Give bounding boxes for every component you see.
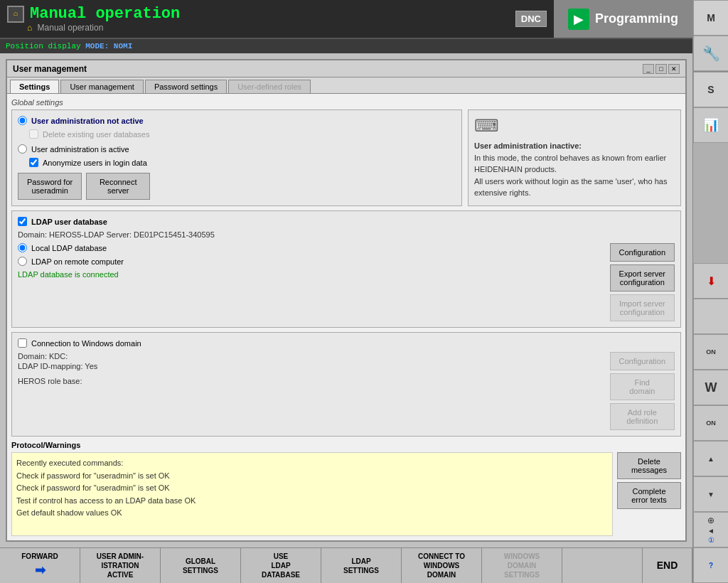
sub-title: ⌂ Manual operation <box>27 23 501 33</box>
checkbox-windows-domain[interactable] <box>18 338 27 348</box>
end-label: END <box>657 559 678 572</box>
w-icon: W <box>705 380 717 395</box>
ldap-buttons: Configuration Export server configuratio… <box>610 243 675 321</box>
connect-windows-btn[interactable]: CONNECT TO WINDOWS DOMAIN <box>402 548 482 583</box>
info-body: In this mode, the control behaves as kno… <box>474 154 667 198</box>
heros-role-label: HEROS role base: <box>18 377 82 385</box>
info-text: User administration inactive: In this mo… <box>474 140 675 199</box>
dialog-minimize-btn[interactable]: _ <box>643 64 654 74</box>
checkbox-ldap-user-database[interactable] <box>18 217 27 226</box>
dialog-controls: _ □ ✕ <box>643 64 680 74</box>
checkbox-anonymize[interactable] <box>29 158 38 167</box>
programming-area[interactable]: ▶ Programming <box>554 0 692 38</box>
protocol-label: Protocol/Warnings <box>11 441 681 449</box>
radio-local-ldap-row: Local LDAP database <box>18 243 604 252</box>
forward-arrow-icon: ➡ <box>35 562 46 579</box>
sidebar-nav-icons: ⊕ ◄ ① <box>693 512 728 547</box>
keyboard-icon: ⌨ <box>474 116 675 136</box>
global-settings-btn[interactable]: GLOBAL SETTINGS <box>161 548 241 583</box>
checkbox-delete-label: Delete existing user databases <box>43 130 149 139</box>
tool-icon: ⬇ <box>707 274 716 288</box>
sidebar-spindle-icon: 📊 <box>693 107 728 143</box>
user-admin-btn[interactable]: USER ADMIN- ISTRATION ACTIVE <box>80 548 161 583</box>
radio-local-ldap-label[interactable]: Local LDAP database <box>31 244 107 252</box>
forward-btn[interactable]: FORWARD ➡ <box>0 548 80 583</box>
sidebar-on-btn-1[interactable]: ON <box>693 334 728 370</box>
export-server-btn[interactable]: Export server configuration <box>610 264 675 292</box>
complete-error-btn[interactable]: Complete error texts <box>617 482 681 509</box>
connect-windows-label: CONNECT TO WINDOWS DOMAIN <box>418 552 465 579</box>
position-bar: Position display MODE: NOMI <box>0 39 728 53</box>
ldap-settings-btn[interactable]: LDAP SETTINGS <box>321 548 402 583</box>
position-text: Position display MODE: NOMI <box>6 42 132 50</box>
sidebar-m-btn[interactable]: M <box>693 0 728 36</box>
password-useradmin-btn[interactable]: Password for useradmin <box>18 173 82 200</box>
add-role-definition-btn: Add role definition <box>610 403 675 430</box>
radio-user-admin-inactive[interactable] <box>18 116 27 125</box>
dnc-badge: DNC <box>515 11 547 27</box>
settings-btn-row: Password for useradmin Reconnect server <box>18 173 456 200</box>
info-title: User administration inactive: <box>474 141 582 150</box>
cnc-machine-icon: 🔧 <box>702 45 720 62</box>
domain-text: Domain: HEROS5-LDAP Server: DE01PC15451-… <box>18 230 675 239</box>
title-main-area: ⌂ Manual operation <box>7 5 501 23</box>
ldap-settings-label: LDAP SETTINGS <box>343 557 379 575</box>
checkbox-anonymize-row: Anonymize users in login data <box>29 158 456 167</box>
sidebar-help-btn[interactable]: ? <box>693 547 728 583</box>
protocol-line-4: Get default shadow values OK <box>16 507 608 520</box>
kdc-text: Domain: KDC: <box>18 352 604 360</box>
delete-messages-btn[interactable]: Delete messages <box>617 452 681 479</box>
radio-remote-ldap[interactable] <box>18 257 27 266</box>
dialog-body: Global settings User administration not … <box>7 94 685 540</box>
programming-title: Programming <box>595 11 678 26</box>
radio-remote-ldap-label[interactable]: LDAP on remote computer <box>31 257 124 266</box>
tab-password-settings[interactable]: Password settings <box>145 80 227 93</box>
sidebar-s-btn[interactable]: S <box>693 72 728 107</box>
windows-checkbox-row: Connection to Windows domain <box>18 338 675 348</box>
settings-info-panel: ⌨ User administration inactive: In this … <box>468 109 681 206</box>
number-icon: ① <box>708 536 714 544</box>
windows-section: Connection to Windows domain Domain: KDC… <box>11 332 681 437</box>
use-ldap-label: USE LDAP DATABASE <box>262 552 300 579</box>
windows-left: Domain: KDC: LDAP ID-mapping: Yes HEROS … <box>18 352 604 430</box>
checkbox-anonymize-label[interactable]: Anonymize users in login data <box>43 159 147 167</box>
use-ldap-btn[interactable]: USE LDAP DATABASE <box>241 548 321 583</box>
import-server-btn: Import server configuration <box>610 294 675 321</box>
ldap-section: LDAP user database Domain: HEROS5-LDAP S… <box>11 210 681 328</box>
ldap-status: LDAP database is connected <box>18 270 604 279</box>
sidebar-scroll-up[interactable]: ▲ <box>693 441 728 476</box>
title-area: ⌂ Manual operation ⌂ Manual operation <box>0 0 508 38</box>
radio-active-label[interactable]: User administration is active <box>31 145 129 154</box>
sidebar-tool-btn[interactable]: ⬇ <box>693 263 728 299</box>
end-btn[interactable]: END <box>643 548 692 583</box>
reconnect-server-btn[interactable]: Reconnect server <box>86 173 150 200</box>
dialog-close-btn[interactable]: ✕ <box>668 64 680 74</box>
tab-settings[interactable]: Settings <box>10 80 59 93</box>
checkbox-delete-databases[interactable] <box>29 129 38 139</box>
app-icon: ⌂ <box>7 6 24 23</box>
dialog-title-bar: User management _ □ ✕ <box>7 60 685 77</box>
protocol-body: Recently executed commands: Check if pas… <box>11 452 681 536</box>
sidebar-scroll-down[interactable]: ▼ <box>693 476 728 512</box>
sidebar-spacer2 <box>693 299 728 334</box>
bottom-toolbar: FORWARD ➡ USER ADMIN- ISTRATION ACTIVE G… <box>0 547 692 583</box>
windows-content: Domain: KDC: LDAP ID-mapping: Yes HEROS … <box>18 352 675 430</box>
radio-remote-ldap-row: LDAP on remote computer <box>18 257 604 266</box>
tab-bar: Settings User management Password settin… <box>7 77 685 94</box>
radio-user-admin-active[interactable] <box>18 144 27 154</box>
programming-arrow-icon: ▶ <box>568 9 589 30</box>
ldap-left-options: Local LDAP database LDAP on remote compu… <box>18 243 604 321</box>
protocol-section: Protocol/Warnings Recently executed comm… <box>11 441 681 536</box>
dialog-maximize-btn[interactable]: □ <box>655 64 667 74</box>
radio-inactive-label[interactable]: User administration not active <box>31 117 144 125</box>
settings-area: User administration not active Delete ex… <box>11 109 681 206</box>
dialog-title: User management <box>13 64 87 74</box>
forward-label: FORWARD <box>21 552 58 561</box>
ldap-configuration-btn[interactable]: Configuration <box>610 243 675 262</box>
windows-checkbox-label[interactable]: Connection to Windows domain <box>31 339 141 348</box>
tab-user-management[interactable]: User management <box>60 80 144 93</box>
protocol-line-1: Check if password for "useradmin" is set… <box>16 470 608 483</box>
ldap-checkbox-label[interactable]: LDAP user database <box>31 218 107 226</box>
sidebar-on-btn-2[interactable]: ON <box>693 405 728 441</box>
radio-local-ldap[interactable] <box>18 243 27 252</box>
